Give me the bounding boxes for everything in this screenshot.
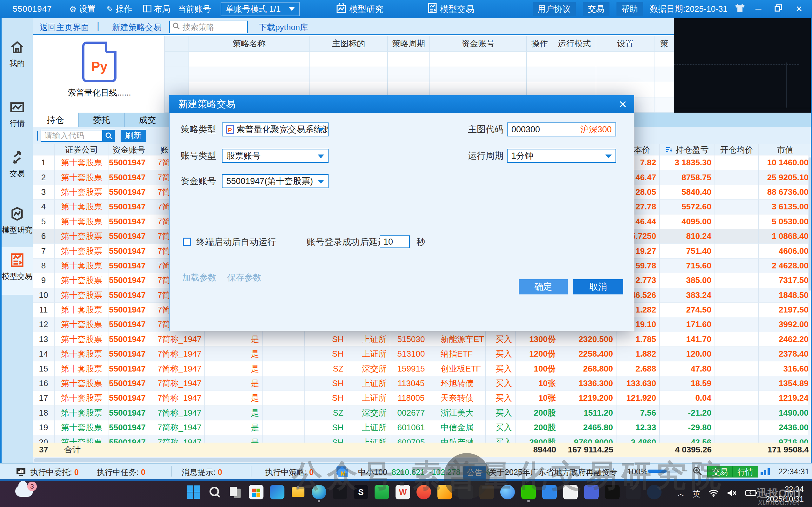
position-row[interactable]: 17第十套股票550019477简称_1947是SH上证所118005天奈转债买… bbox=[33, 391, 812, 405]
position-row[interactable]: 19第十套股票550019477简称_1947是SH上证所601061中信金属买… bbox=[33, 420, 812, 435]
column-header[interactable]: 操作 bbox=[527, 36, 553, 52]
windows-icon[interactable] bbox=[186, 485, 201, 499]
cell: 55001947 bbox=[109, 185, 149, 200]
column-header[interactable]: 策略名称 bbox=[189, 36, 310, 52]
total-cell bbox=[263, 443, 305, 457]
column-header[interactable]: 策 bbox=[655, 36, 674, 52]
tab-positions[interactable]: 持仓 bbox=[33, 113, 79, 127]
signal-bars-icon bbox=[761, 468, 770, 475]
minimize-button[interactable]: ─ bbox=[752, 4, 764, 14]
cell bbox=[715, 170, 759, 185]
new-strategy-link[interactable]: 新建策略交易 bbox=[112, 22, 162, 33]
column-header[interactable]: 资金账号 bbox=[109, 145, 149, 156]
code-search-input[interactable] bbox=[41, 130, 103, 142]
sidebar-item-trade[interactable]: 交易 bbox=[2, 145, 33, 184]
position-row[interactable]: 20第十套股票550019477简称_1947是SH上证所600705中航产融买… bbox=[33, 435, 812, 443]
sidebar-item-quotes[interactable]: 行情 bbox=[2, 94, 33, 134]
search-icon[interactable] bbox=[207, 485, 222, 499]
column-header[interactable]: 市值 bbox=[759, 145, 812, 156]
quote-quick-button[interactable]: 行情 bbox=[733, 466, 758, 477]
cell: 7317.50 bbox=[759, 273, 812, 288]
run-period-dropdown[interactable]: 1分钟 bbox=[507, 149, 616, 163]
strategy-row[interactable] bbox=[165, 52, 674, 67]
refresh-button[interactable]: 刷新 bbox=[121, 130, 146, 142]
column-header[interactable]: 设置 bbox=[596, 36, 655, 52]
cell: 3 bbox=[33, 185, 55, 200]
column-header[interactable]: 持仓盈亏 bbox=[660, 145, 715, 156]
position-row[interactable]: 18第十套股票550019477简称_1947是SZ深交所002677浙江美大买… bbox=[33, 406, 812, 420]
cell: 买入 bbox=[486, 391, 516, 405]
fund-account-dropdown[interactable]: 55001947(第十套股票) bbox=[222, 174, 329, 188]
column-header[interactable]: 主图标的 bbox=[310, 36, 388, 52]
restore-button[interactable] bbox=[771, 4, 785, 14]
cell: 深交所 bbox=[347, 406, 390, 420]
cancel-button[interactable]: 取消 bbox=[573, 279, 623, 294]
position-row[interactable]: 13第十套股票550019477简称_1947是SH上证所515030新能源车E… bbox=[33, 332, 812, 347]
strategy-search-input[interactable] bbox=[182, 22, 240, 32]
position-row[interactable]: 14第十套股票550019477简称_1947是SH上证所513100纳指ETF… bbox=[33, 347, 812, 361]
trade-nav-button[interactable]: 交易 bbox=[583, 2, 609, 16]
battery-icon[interactable] bbox=[745, 490, 757, 498]
nav-model-research[interactable]: 模型研究 bbox=[336, 3, 383, 15]
operate-button[interactable]: ✎ 操作 bbox=[103, 2, 136, 16]
nav-model-trading[interactable]: 模型交易 bbox=[428, 3, 474, 15]
cell: 8758.75 bbox=[660, 170, 715, 185]
cell: 1200份 bbox=[516, 347, 559, 361]
sidebar-item-model-research[interactable]: 模型研究 bbox=[2, 201, 33, 241]
download-python-link[interactable]: 下载python库 bbox=[259, 22, 308, 33]
position-row[interactable]: 15第十套股票550019477简称_1947是SZ深交所159915创业板ET… bbox=[33, 361, 812, 376]
tab-orders[interactable]: 委托 bbox=[79, 113, 125, 127]
position-row[interactable]: 16第十套股票550019477简称_1947是SH上证所113045环旭转债买… bbox=[33, 376, 812, 391]
modal-title[interactable]: 新建策略交易 bbox=[169, 96, 634, 113]
strategy-row[interactable] bbox=[165, 67, 674, 82]
skin-shirt-icon[interactable] bbox=[735, 3, 745, 15]
tab-trades[interactable]: 成交 bbox=[125, 113, 171, 127]
strategy-file-name: 索普量化日线...... bbox=[61, 87, 138, 98]
save-params-link[interactable]: 保存参数 bbox=[227, 272, 262, 283]
account-mode-dropdown[interactable]: 单账号模式 1/1 bbox=[221, 2, 300, 16]
cell: 2465.80 bbox=[559, 420, 616, 435]
load-params-link[interactable]: 加载参数 bbox=[182, 272, 216, 283]
sort-filter-icon[interactable] bbox=[666, 146, 673, 154]
cell: 买入 bbox=[486, 376, 516, 391]
column-header[interactable] bbox=[33, 145, 55, 156]
ok-button[interactable]: 确定 bbox=[519, 279, 568, 294]
column-header[interactable]: 运行模式 bbox=[553, 36, 596, 52]
help-button[interactable]: 帮助 bbox=[616, 2, 643, 16]
column-header[interactable]: 资金账号 bbox=[430, 36, 527, 52]
column-header-label: 开仓均价 bbox=[720, 145, 753, 156]
settings-button[interactable]: ⚙ 设置 bbox=[66, 2, 99, 16]
task-view-icon[interactable] bbox=[228, 485, 242, 499]
delay-seconds-input[interactable] bbox=[380, 235, 410, 248]
account-type-dropdown[interactable]: 股票账号 bbox=[222, 149, 329, 163]
modal-close-icon[interactable]: ✕ bbox=[612, 96, 634, 113]
close-button[interactable]: ✕ bbox=[792, 4, 806, 14]
volume-muted-icon[interactable] bbox=[727, 489, 737, 499]
strategy-search-box[interactable] bbox=[169, 21, 248, 33]
autorun-checkbox[interactable] bbox=[183, 238, 191, 246]
strategy-type-dropdown[interactable]: 索普量化聚宽交易系统源 bbox=[222, 122, 329, 136]
strategy-file-card[interactable]: Py 索普量化日线...... bbox=[61, 42, 138, 98]
column-header[interactable]: 证券公司 bbox=[55, 145, 109, 156]
user-agreement-button[interactable]: 用户协议 bbox=[533, 2, 576, 16]
column-header[interactable]: 开仓均价 bbox=[715, 145, 759, 156]
back-home-link[interactable]: 返回主页界面 bbox=[40, 22, 89, 33]
copilot-icon[interactable] bbox=[270, 485, 284, 499]
cell: 1 0868.40 bbox=[759, 229, 812, 244]
code-search-button[interactable] bbox=[103, 130, 115, 142]
mini-chart-panel[interactable] bbox=[674, 18, 812, 113]
column-header[interactable]: 策略周期 bbox=[388, 36, 430, 52]
cell: 7简称_1947 bbox=[149, 391, 205, 405]
column-header[interactable] bbox=[165, 36, 189, 52]
sidebar-item-mine[interactable]: 我的 bbox=[2, 34, 33, 74]
cell: 200股 bbox=[516, 406, 559, 420]
cell: 2462.20 bbox=[759, 332, 812, 347]
ms-store-icon[interactable] bbox=[249, 485, 264, 499]
layout-button[interactable]: 布局 bbox=[140, 2, 174, 16]
pencil-icon: ✎ bbox=[106, 5, 113, 13]
cell: 19 bbox=[33, 420, 55, 435]
cell: 买入 bbox=[486, 361, 516, 376]
sidebar-item-model-trading[interactable]: 模型交易 bbox=[2, 247, 33, 295]
cell: 7 bbox=[33, 244, 55, 258]
main-code-input[interactable]: 000300 沪深300 bbox=[507, 122, 616, 136]
